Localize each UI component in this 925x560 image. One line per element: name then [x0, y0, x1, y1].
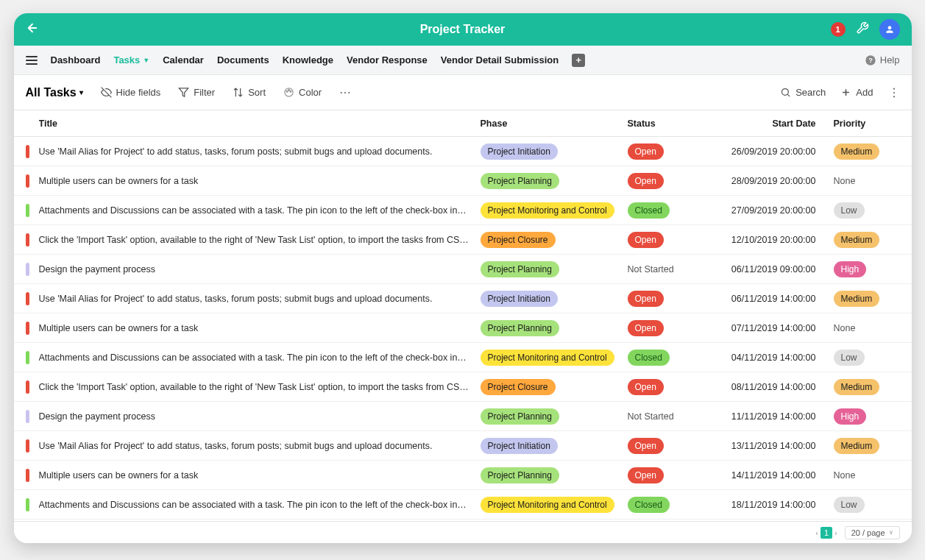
- column-status[interactable]: Status: [628, 118, 731, 129]
- footer-bar: ‹ 1 › 20 / page ∨: [14, 521, 912, 543]
- menu-item-calendar[interactable]: Calendar: [163, 54, 204, 65]
- add-page-button[interactable]: +: [572, 54, 585, 67]
- column-start-date[interactable]: Start Date: [731, 118, 834, 129]
- hide-fields-button[interactable]: Hide fields: [101, 87, 161, 98]
- svg-point-9: [782, 89, 789, 96]
- svg-text:?: ?: [868, 57, 873, 64]
- table-row[interactable]: Design the payment process Project Plann…: [14, 255, 912, 284]
- status-text: Not Started: [628, 411, 674, 422]
- row-marker: [26, 204, 29, 217]
- menu-item-dashboard[interactable]: Dashboard: [51, 54, 101, 65]
- cell-title: Click the 'Import Task' option, availabl…: [39, 235, 481, 245]
- table-row[interactable]: Design the payment process Project Plann…: [14, 402, 912, 431]
- status-pill: Open: [628, 143, 664, 160]
- svg-point-8: [290, 91, 291, 92]
- table-row[interactable]: Attachments and Discussions can be assoc…: [14, 490, 912, 520]
- table-header: Title Phase Status Start Date Priority: [14, 110, 912, 137]
- column-priority[interactable]: Priority: [834, 118, 900, 129]
- title-bar: Project Tracker 1: [14, 13, 912, 46]
- kebab-menu-button[interactable]: ⋯: [887, 87, 901, 99]
- hamburger-icon[interactable]: [26, 56, 38, 65]
- page-size-select[interactable]: 20 / page ∨: [845, 526, 900, 539]
- phase-pill: Project Monitoring and Control: [481, 202, 614, 219]
- table-row[interactable]: Click the 'Import Task' option, availabl…: [14, 225, 912, 255]
- cell-start-date: 26/09/2019 20:00:00: [731, 146, 834, 157]
- status-pill: Closed: [628, 497, 670, 513]
- phase-pill: Project Closure: [481, 379, 556, 395]
- cell-start-date: 14/11/2019 14:00:00: [731, 470, 834, 481]
- column-phase[interactable]: Phase: [481, 118, 628, 129]
- cell-start-date: 11/11/2019 14:00:00: [731, 411, 834, 422]
- search-button[interactable]: Search: [780, 87, 826, 98]
- tools-icon[interactable]: [856, 21, 869, 38]
- row-marker: [26, 322, 29, 335]
- cell-title: Attachments and Discussions can be assoc…: [39, 500, 481, 510]
- table-row[interactable]: Multiple users can be owners for a task …: [14, 461, 912, 490]
- row-marker: [26, 292, 29, 305]
- status-pill: Open: [628, 320, 664, 336]
- status-pill: Open: [628, 438, 664, 454]
- cell-title: Multiple users can be owners for a task: [39, 470, 481, 481]
- phase-pill: Project Monitoring and Control: [481, 497, 614, 513]
- table-row[interactable]: Click the 'Import Task' option, availabl…: [14, 372, 912, 402]
- table-row[interactable]: Multiple users can be owners for a task …: [14, 166, 912, 196]
- table-row[interactable]: Use 'Mail Alias for Project' to add stat…: [14, 284, 912, 313]
- row-marker: [26, 469, 29, 482]
- priority-pill: Low: [834, 497, 865, 513]
- chevron-down-icon: ∨: [889, 529, 893, 536]
- phase-pill: Project Planning: [481, 320, 559, 336]
- status-pill: Open: [628, 379, 664, 395]
- cell-start-date: 06/11/2019 09:00:00: [731, 264, 834, 274]
- priority-pill: Medium: [834, 291, 880, 307]
- cell-title: Multiple users can be owners for a task: [39, 323, 481, 333]
- svg-point-6: [286, 91, 288, 92]
- cell-start-date: 08/11/2019 14:00:00: [731, 382, 834, 392]
- prev-page-button[interactable]: ‹: [815, 528, 818, 537]
- next-page-button[interactable]: ›: [834, 528, 837, 537]
- avatar[interactable]: [879, 19, 900, 40]
- row-marker: [26, 263, 29, 276]
- back-arrow-icon[interactable]: [26, 21, 39, 38]
- priority-pill: Low: [834, 202, 865, 219]
- table-row[interactable]: Attachments and Discussions can be assoc…: [14, 343, 912, 372]
- status-pill: Closed: [628, 350, 670, 366]
- add-button[interactable]: Add: [840, 87, 873, 98]
- help-button[interactable]: ? Help: [865, 54, 900, 66]
- column-title[interactable]: Title: [39, 118, 481, 129]
- svg-point-7: [288, 89, 290, 91]
- priority-text: None: [834, 176, 856, 186]
- tool-btn-label: Search: [795, 87, 826, 98]
- row-marker: [26, 233, 29, 247]
- menu-item-tasks[interactable]: Tasks ▼: [113, 54, 149, 65]
- svg-marker-4: [180, 88, 189, 96]
- color-button[interactable]: Color: [283, 87, 322, 98]
- menu-item-documents[interactable]: Documents: [217, 54, 269, 65]
- more-options-button[interactable]: ⋯: [339, 85, 351, 99]
- page-number[interactable]: 1: [821, 527, 832, 539]
- cell-title: Click the 'Import Task' option, availabl…: [39, 382, 481, 392]
- tool-btn-label: Filter: [194, 87, 215, 98]
- notification-badge[interactable]: 1: [831, 22, 846, 37]
- tool-btn-label: Add: [856, 87, 873, 98]
- row-marker: [26, 174, 29, 188]
- menu-item-vendor-response[interactable]: Vendor Response: [347, 54, 428, 65]
- priority-pill: High: [834, 261, 867, 277]
- status-pill: Open: [628, 291, 664, 307]
- table-container[interactable]: Title Phase Status Start Date Priority U…: [14, 110, 912, 521]
- filter-button[interactable]: Filter: [178, 87, 215, 98]
- sort-button[interactable]: Sort: [233, 87, 266, 98]
- table-row[interactable]: Use 'Mail Alias for Project' to add stat…: [14, 431, 912, 461]
- menu-item-knowledge[interactable]: Knowledge: [283, 54, 333, 65]
- cell-start-date: 13/11/2019 14:00:00: [731, 441, 834, 451]
- phase-pill: Project Monitoring and Control: [481, 350, 614, 366]
- priority-text: None: [834, 470, 856, 481]
- table-row[interactable]: Multiple users can be owners for a task …: [14, 313, 912, 343]
- app-window: Project Tracker 1 Dashboard Tasks ▼ Cale…: [14, 13, 912, 543]
- table-row[interactable]: Use 'Mail Alias for Project' to add stat…: [14, 137, 912, 166]
- priority-pill: Medium: [834, 232, 880, 248]
- view-title[interactable]: All Tasks ▾: [26, 86, 83, 99]
- priority-pill: Medium: [834, 379, 880, 395]
- table-row[interactable]: Attachments and Discussions can be assoc…: [14, 196, 912, 225]
- cell-title: Design the payment process: [39, 411, 481, 422]
- menu-item-vendor-detail-submission[interactable]: Vendor Detail Submission: [441, 54, 559, 65]
